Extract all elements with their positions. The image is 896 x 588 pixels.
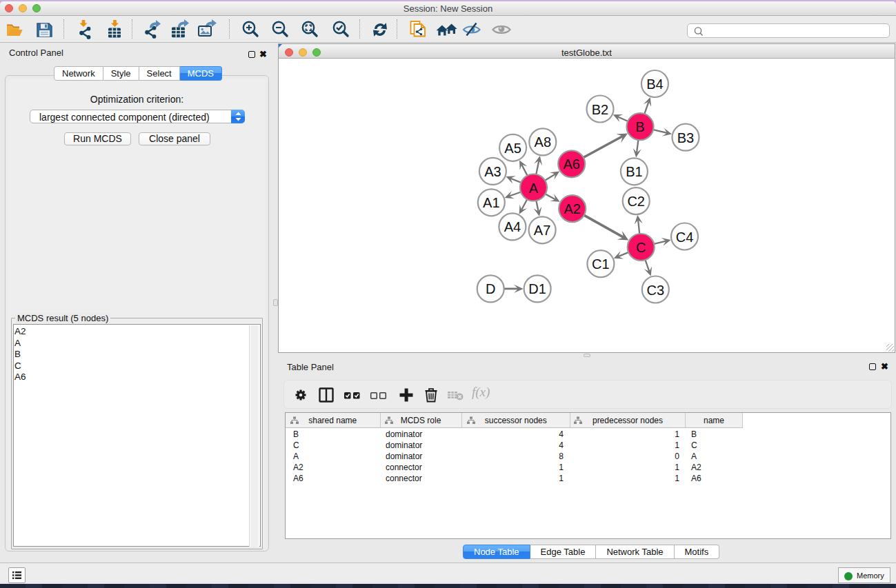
svg-text:C3: C3	[647, 283, 665, 298]
svg-text:B4: B4	[646, 77, 663, 92]
svg-text:B: B	[635, 119, 644, 134]
svg-text:B1: B1	[626, 164, 642, 179]
svg-text:A: A	[529, 181, 539, 196]
svg-text:B2: B2	[592, 102, 608, 117]
svg-text:C4: C4	[676, 230, 694, 245]
svg-text:C2: C2	[627, 194, 645, 209]
svg-text:A2: A2	[564, 201, 580, 216]
svg-text:A5: A5	[504, 141, 521, 156]
svg-text:A3: A3	[484, 164, 501, 179]
svg-text:C: C	[636, 240, 646, 255]
svg-text:A1: A1	[483, 195, 499, 210]
svg-text:D: D	[486, 281, 495, 296]
svg-text:A4: A4	[504, 219, 521, 234]
svg-text:A6: A6	[563, 156, 579, 172]
svg-text:D1: D1	[528, 281, 546, 296]
svg-text:A8: A8	[535, 134, 551, 150]
svg-text:C1: C1	[592, 256, 610, 272]
svg-text:A7: A7	[534, 223, 550, 238]
svg-text:B3: B3	[677, 130, 694, 145]
